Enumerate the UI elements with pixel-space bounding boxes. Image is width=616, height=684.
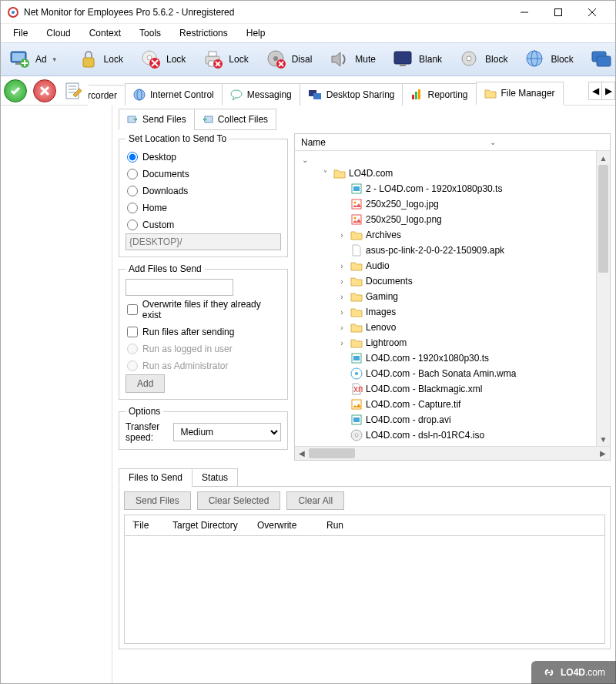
- scroll-down-icon[interactable]: ▼: [597, 432, 610, 446]
- toolbar-disable[interactable]: Disal: [259, 45, 320, 74]
- clear-selected-button[interactable]: Clear Selected: [197, 491, 281, 510]
- horizontal-scrollbar[interactable]: ◀ ▶: [295, 446, 610, 460]
- clear-all-button[interactable]: Clear All: [286, 491, 344, 510]
- toolbar-lock-3[interactable]: Lock: [196, 45, 255, 74]
- scroll-up-icon[interactable]: ▲: [597, 151, 610, 165]
- svg-rect-55: [353, 186, 360, 191]
- check-overwrite[interactable]: Overwrite files if they already exist: [126, 296, 281, 324]
- tree-row[interactable]: ›Audio: [295, 258, 596, 273]
- menu-file[interactable]: File: [5, 26, 35, 40]
- svg-point-69: [355, 434, 358, 437]
- tab-scroll-left[interactable]: ◀: [588, 82, 602, 100]
- radio-documents[interactable]: Documents: [126, 166, 281, 183]
- tab-messaging[interactable]: Messaging: [222, 83, 300, 106]
- toolbar-add[interactable]: Ad ▼: [2, 45, 65, 74]
- grid-body[interactable]: [124, 536, 605, 644]
- main-toolbar: Ad ▼ Lock Lock Lock Disal Mute Blank: [1, 42, 615, 76]
- menu-help[interactable]: Help: [239, 26, 273, 40]
- tab-reporting[interactable]: Reporting: [402, 83, 476, 106]
- tree-row[interactable]: 250x250_logo.jpg: [295, 196, 596, 212]
- close-button[interactable]: [575, 2, 609, 23]
- scroll-thumb[interactable]: [598, 165, 608, 273]
- file-tree-header[interactable]: Name ⌄: [295, 134, 610, 151]
- tab-scroll-right[interactable]: ▶: [601, 82, 615, 100]
- vertical-scrollbar[interactable]: ▲ ▼: [596, 151, 610, 446]
- tab-label: Internet Control: [150, 89, 214, 100]
- tree-row[interactable]: 2 - LO4D.com - 1920x1080p30.ts: [295, 181, 596, 196]
- grid-header[interactable]: ⌄ File Target Directory Overwrite Run: [124, 515, 605, 536]
- tree-row[interactable]: ›Lenovo: [295, 320, 596, 335]
- folder-icon: [484, 87, 497, 99]
- radio-downloads[interactable]: Downloads: [126, 183, 281, 200]
- radio-desktop[interactable]: Desktop: [126, 149, 281, 166]
- toolbar-blank[interactable]: Blank: [386, 45, 449, 74]
- image2-icon: [350, 398, 363, 411]
- left-sidebar: [1, 106, 112, 683]
- menu-context[interactable]: Context: [82, 26, 129, 40]
- tree-row[interactable]: ˅LO4D.com: [295, 166, 596, 181]
- scroll-right-icon[interactable]: ▶: [596, 449, 610, 458]
- toolbar-block-2[interactable]: Block: [517, 45, 580, 74]
- menu-tools[interactable]: Tools: [132, 26, 169, 40]
- tree-row[interactable]: xmlLO4D.com - Blackmagic.xml: [295, 381, 596, 397]
- tree-row[interactable]: ›Gaming: [295, 289, 596, 304]
- toolbar-lock-2[interactable]: Lock: [133, 45, 192, 74]
- minimize-button[interactable]: [507, 2, 541, 23]
- ok-button[interactable]: [4, 79, 27, 102]
- hscroll-thumb[interactable]: [309, 448, 355, 458]
- tab-recorder[interactable]: rcorder: [89, 85, 126, 106]
- tree-row[interactable]: LO4D.com - dsl-n-01RC4.iso: [295, 428, 596, 443]
- twisty-icon[interactable]: ›: [336, 308, 347, 317]
- monitors-icon: [308, 89, 322, 101]
- twisty-icon[interactable]: ›: [336, 293, 347, 301]
- tree-row[interactable]: ›Images: [295, 304, 596, 320]
- tree-row[interactable]: LO4D.com - 1920x1080p30.ts: [295, 350, 596, 366]
- menu-restrictions[interactable]: Restrictions: [172, 26, 236, 40]
- toolbar-disable-label: Disal: [292, 54, 313, 65]
- location-path-input: [126, 233, 281, 250]
- twisty-icon[interactable]: ›: [336, 339, 347, 347]
- speed-select[interactable]: Medium: [173, 423, 281, 441]
- tab-file-manager[interactable]: File Manager: [476, 82, 564, 106]
- tree-label: 2 - LO4D.com - 1920x1080p30.ts: [366, 183, 502, 194]
- tab-files-to-send[interactable]: Files to Send: [119, 468, 192, 487]
- tree-row[interactable]: ›Documents: [295, 273, 596, 289]
- secondary-toolbar-row: rcorder Internet Control Messaging Deskt…: [1, 76, 615, 106]
- tab-desktop-sharing[interactable]: Desktop Sharing: [300, 83, 403, 106]
- tab-internet-control[interactable]: Internet Control: [125, 83, 223, 106]
- check-runafter[interactable]: Run files after sending: [126, 324, 281, 340]
- tree-row[interactable]: LO4D.com - Capture.tif: [295, 397, 596, 412]
- radio-home[interactable]: Home: [126, 200, 281, 216]
- toolbar-lock-1[interactable]: Lock: [71, 45, 130, 74]
- send-files-button[interactable]: Send Files: [124, 491, 191, 510]
- cancel-button[interactable]: [33, 79, 56, 102]
- tree-row[interactable]: ›Lightroom: [295, 335, 596, 350]
- toolbar-share[interactable]: Share: [584, 45, 615, 74]
- file-subtabs: Send Files Collect Files: [119, 109, 611, 130]
- subtab-collect-files[interactable]: Collect Files: [194, 109, 276, 130]
- tree-row[interactable]: ›Archives: [295, 227, 596, 243]
- edit-button[interactable]: [62, 79, 85, 102]
- twisty-icon[interactable]: ›: [336, 324, 347, 332]
- twisty-icon[interactable]: ›: [336, 231, 347, 240]
- file-tree[interactable]: ⌄˅LO4D.com2 - LO4D.com - 1920x1080p30.ts…: [295, 151, 596, 446]
- twisty-icon[interactable]: ›: [336, 277, 347, 286]
- twisty-icon[interactable]: ˅: [320, 169, 330, 178]
- menu-cloud[interactable]: Cloud: [38, 26, 78, 40]
- toolbar-mute[interactable]: Mute: [322, 45, 383, 74]
- scroll-left-icon[interactable]: ◀: [295, 449, 309, 458]
- twisty-icon[interactable]: ›: [336, 262, 347, 270]
- tab-status[interactable]: Status: [192, 468, 238, 487]
- toolbar-block-1[interactable]: Block: [452, 45, 514, 74]
- add-button[interactable]: Add: [126, 374, 165, 393]
- tree-row[interactable]: 250x250_logo.png: [295, 212, 596, 227]
- maximize-button[interactable]: [541, 2, 575, 23]
- main-tabstrip: rcorder Internet Control Messaging Deskt…: [89, 76, 589, 106]
- chevron-down-icon[interactable]: ⌄: [300, 156, 310, 164]
- subtab-send-files[interactable]: Send Files: [119, 109, 195, 130]
- tree-row[interactable]: asus-pc-link-2-0-0-22-150909.apk: [295, 243, 596, 258]
- radio-custom[interactable]: Custom: [126, 216, 281, 233]
- addfiles-input[interactable]: [126, 279, 233, 296]
- tree-row[interactable]: LO4D.com - drop.avi: [295, 412, 596, 428]
- tree-row[interactable]: LO4D.com - Bach Sonata Amin.wma: [295, 366, 596, 381]
